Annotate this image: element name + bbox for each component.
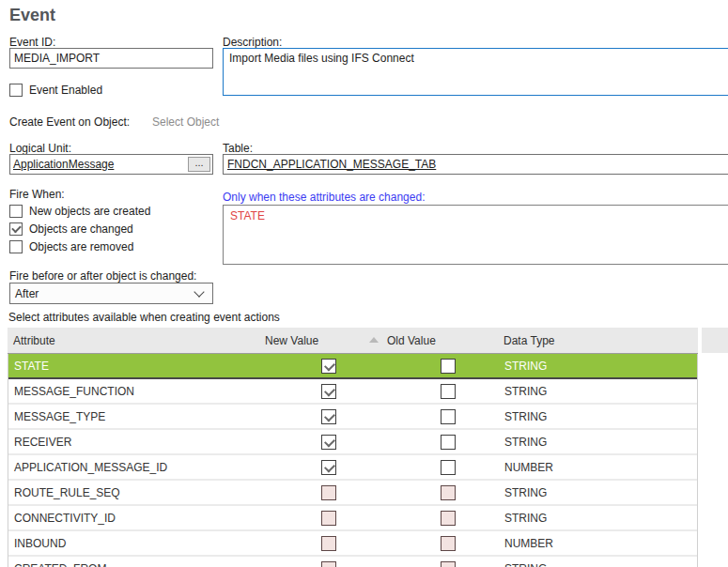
select-object-link[interactable]: Select Object (152, 115, 219, 129)
attributes-table: Attribute New Value Old Value Data Type … (8, 328, 728, 567)
fire-when-option-removed: Objects are removed (9, 240, 133, 253)
event-id-input[interactable]: MEDIA_IMPORT (9, 48, 213, 69)
old-value-checkbox[interactable] (441, 536, 456, 551)
attribute-cell: MESSAGE_TYPE (14, 410, 105, 423)
table-row[interactable]: MESSAGE_FUNCTION STRING (8, 379, 697, 405)
removed-checkbox[interactable] (9, 240, 23, 253)
description-input[interactable]: Import Media files using IFS Connect (223, 48, 728, 96)
created-checkbox[interactable] (9, 205, 23, 218)
fire-timing-value: After (10, 287, 195, 300)
table-row[interactable]: APPLICATION_MESSAGE_ID NUMBER (8, 455, 697, 481)
header-filler (702, 328, 728, 353)
attribute-cell: CREATED_FROM (14, 562, 106, 567)
new-value-checkbox[interactable] (321, 384, 336, 399)
new-value-checkbox[interactable] (321, 511, 336, 526)
attributes-changed-label: Only when these attributes are changed: (223, 191, 425, 204)
data-type-cell: NUMBER (504, 461, 553, 474)
attributes-table-header: Attribute New Value Old Value Data Type (8, 328, 698, 354)
event-configuration-page: Event Event ID: MEDIA_IMPORT Description… (0, 0, 728, 567)
data-type-cell: STRING (504, 385, 547, 398)
data-type-cell: NUMBER (504, 537, 553, 550)
attributes-changed-value: STATE (230, 209, 265, 222)
old-value-checkbox[interactable] (441, 460, 456, 475)
changed-checkbox[interactable] (9, 222, 23, 236)
description-value: Import Media files using IFS Connect (229, 52, 414, 65)
old-value-checkbox[interactable] (441, 561, 456, 567)
logical-unit-label: Logical Unit: (9, 142, 71, 155)
attribute-cell: CONNECTIVITY_ID (14, 512, 116, 525)
attributes-table-body: STATE STRING MESSAGE_FUNCTION STRING MES… (8, 354, 698, 567)
removed-label: Objects are removed (29, 240, 133, 253)
attribute-cell: INBOUND (14, 537, 66, 550)
chevron-down-icon (194, 286, 204, 297)
logical-unit-input[interactable]: ApplicationMessage ... (9, 154, 213, 175)
data-type-cell: STRING (504, 436, 547, 449)
attributes-table-caption: Select attributes available when creatin… (8, 311, 280, 324)
attribute-cell: RECEIVER (14, 436, 71, 449)
new-value-checkbox[interactable] (321, 435, 336, 450)
fire-when-option-created: New objects are created (9, 205, 150, 218)
table-input[interactable]: FNDCN_APPLICATION_MESSAGE_TAB (223, 154, 728, 175)
new-value-checkbox[interactable] (321, 536, 336, 551)
description-label: Description: (223, 36, 282, 49)
column-header-old-value[interactable]: Old Value (387, 334, 436, 347)
new-value-checkbox[interactable] (321, 485, 336, 500)
changed-label: Objects are changed (29, 222, 133, 236)
data-type-cell: STRING (504, 562, 547, 567)
fire-timing-label: Fire before or after object is changed: (9, 269, 196, 283)
page-title: Event (9, 6, 55, 25)
event-enabled-checkbox[interactable] (9, 84, 23, 97)
old-value-checkbox[interactable] (441, 435, 456, 450)
attribute-cell: APPLICATION_MESSAGE_ID (14, 461, 167, 474)
event-enabled-label: Event Enabled (29, 84, 102, 97)
event-id-label: Event ID: (9, 36, 55, 49)
old-value-checkbox[interactable] (441, 511, 456, 526)
column-header-data-type[interactable]: Data Type (503, 334, 554, 347)
table-label: Table: (223, 142, 253, 155)
table-value: FNDCN_APPLICATION_MESSAGE_TAB (224, 155, 728, 174)
table-row[interactable]: CREATED_FROM STRING (8, 557, 697, 567)
old-value-checkbox[interactable] (441, 485, 456, 500)
table-row[interactable]: CONNECTIVITY_ID STRING (8, 506, 697, 531)
old-value-checkbox[interactable] (441, 409, 456, 424)
data-type-cell: STRING (504, 410, 547, 423)
new-value-checkbox[interactable] (321, 359, 336, 374)
column-header-new-value[interactable]: New Value (265, 334, 318, 347)
event-enabled-row: Event Enabled (9, 84, 102, 97)
event-id-value: MEDIA_IMPORT (10, 49, 212, 68)
data-type-cell: STRING (504, 360, 547, 373)
new-value-checkbox[interactable] (321, 561, 336, 567)
created-label: New objects are created (29, 205, 150, 218)
sort-asc-icon (369, 337, 379, 343)
create-event-on-object-label: Create Event on Object: (9, 115, 130, 129)
logical-unit-value: ApplicationMessage (10, 158, 188, 171)
attribute-cell: STATE (14, 360, 49, 373)
table-row[interactable]: MESSAGE_TYPE STRING (8, 405, 697, 430)
old-value-checkbox[interactable] (441, 384, 456, 399)
attribute-cell: MESSAGE_FUNCTION (14, 385, 134, 398)
table-row[interactable]: RECEIVER STRING (8, 430, 697, 455)
browse-ellipsis-button[interactable]: ... (188, 157, 210, 172)
fire-timing-dropdown[interactable]: After (9, 283, 213, 304)
fire-when-option-changed: Objects are changed (9, 222, 133, 236)
attributes-changed-input[interactable]: STATE (223, 205, 728, 265)
data-type-cell: STRING (504, 512, 547, 525)
table-row[interactable]: INBOUND NUMBER (8, 531, 697, 557)
old-value-checkbox[interactable] (441, 359, 456, 374)
table-row[interactable]: STATE STRING (8, 354, 697, 379)
attribute-cell: ROUTE_RULE_SEQ (14, 486, 120, 499)
table-row[interactable]: ROUTE_RULE_SEQ STRING (8, 481, 697, 506)
column-header-attribute[interactable]: Attribute (13, 334, 55, 347)
data-type-cell: STRING (504, 486, 547, 499)
new-value-checkbox[interactable] (321, 409, 336, 424)
fire-when-label: Fire When: (9, 188, 65, 201)
new-value-checkbox[interactable] (321, 460, 336, 475)
